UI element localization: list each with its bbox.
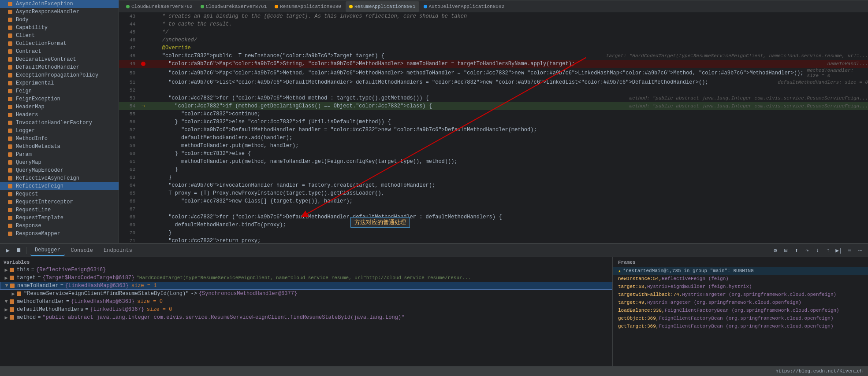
step-out-button[interactable]: ↑ (824, 246, 833, 255)
sidebar-item[interactable]: QueryMap (0, 159, 119, 166)
more-button[interactable]: ⋯ (856, 246, 864, 255)
sidebar-item-label: RequestLine (16, 207, 51, 213)
frame-class: FeignClientFactoryBean (org.springframew… (659, 324, 833, 329)
tooltip-chinese: 方法对应的普通处理 (350, 217, 410, 228)
sidebar-item[interactable]: RequestTemplate (0, 214, 119, 222)
sidebar-item[interactable]: HeaderMap (0, 103, 119, 111)
sidebar-item[interactable]: MethodInfo (0, 135, 119, 143)
sidebar-item[interactable]: Body (0, 16, 119, 24)
settings-button[interactable]: ⚙ (771, 246, 780, 255)
sidebar-item[interactable]: MethodMetadata (0, 143, 119, 151)
sidebar-item[interactable]: RequestInterceptor (0, 198, 119, 206)
frame-text: *restartedMain@1,785 in group "main": RU… (623, 268, 754, 273)
tab-debugger[interactable]: Debugger (30, 245, 65, 256)
sidebar-item[interactable]: Capability (0, 24, 119, 32)
sidebar-item[interactable]: Logger (0, 127, 119, 135)
sidebar-item[interactable]: AsyncResponseHandler (0, 8, 119, 16)
frame-item[interactable]: loadBalance:338, FeignClientFactoryBean … (613, 306, 868, 314)
frame-item[interactable]: target:63, HystrixFeign$Builder (feign.h… (613, 283, 868, 291)
sidebar-item[interactable]: RequestLine (0, 206, 119, 214)
frame-item[interactable]: getTarget:369, FeignClientFactoryBean (o… (613, 322, 868, 330)
sidebar-item-label: Request (16, 191, 38, 197)
editor-area: CloudEurekaServer8762CloudEurekaServer87… (119, 0, 868, 243)
variable-item[interactable]: ▶"ResumeServiceFeignClient#findResumeSta… (0, 290, 612, 298)
debug-session-tab[interactable]: CloudEurekaServer8762 (123, 1, 196, 12)
run-cursor-button[interactable]: ▶| (834, 246, 843, 255)
expand-button[interactable]: ⬆ (792, 246, 801, 255)
bottom-panel: ▶ ⏹ Debugger Console Endpoints ⚙ ⊟ ⬆ ↷ ↓… (0, 243, 868, 366)
code-line: 52 (119, 86, 868, 94)
sidebar-item[interactable]: Feign (0, 87, 119, 95)
step-into-button[interactable]: ↓ (813, 246, 822, 255)
sidebar-item[interactable]: Contract (0, 48, 119, 55)
tab-label: CloudEurekaServer8762 (131, 4, 193, 9)
sidebar-item[interactable]: Headers (0, 111, 119, 119)
code-text: * creates an api binding to the {@code t… (148, 13, 868, 19)
code-text: /unchecked/ (148, 37, 868, 43)
var-toggle[interactable]: ▼ (4, 299, 9, 305)
sidebar-item-label: MethodMetadata (16, 144, 60, 150)
variable-item[interactable]: ▼methodToHandler = {LinkedHashMap@6363}s… (0, 298, 612, 306)
line-number: 68 (119, 214, 139, 220)
var-toggle[interactable]: ▶ (4, 306, 9, 313)
sidebar-item[interactable]: Response (0, 222, 119, 230)
var-value: {LinkedHashMap@6363} (71, 299, 134, 305)
sidebar-item[interactable]: Experimental (0, 79, 119, 87)
variable-item[interactable]: ▶target = {Target$HardCodedTarget@6187}"… (0, 274, 612, 282)
sidebar-item[interactable]: ReflectiveAsyncFeign (0, 174, 119, 182)
sidebar-item[interactable]: InvocationHandlerFactory (0, 119, 119, 127)
code-line: 53 "color:#cc7832">for ("color:#a9b7c6">… (119, 94, 868, 102)
var-toggle[interactable]: ▼ (4, 283, 9, 289)
variable-item[interactable]: ▼nameToHandler = {LinkedHashMap@6363}siz… (0, 282, 612, 290)
var-toggle[interactable]: ▶ (4, 267, 9, 273)
sidebar-item[interactable]: QueryMapEncoder (0, 166, 119, 174)
step-over-button[interactable]: ↷ (803, 246, 812, 255)
sidebar-item[interactable]: ExceptionPropagationPolicy (0, 71, 119, 79)
frame-item[interactable]: target:49, HystrixTargeter (org.springfr… (613, 299, 868, 306)
frame-name: getTarget:369, (618, 324, 659, 329)
var-value: {LinkedList@6367} (90, 306, 144, 313)
code-line: 70 } (119, 229, 868, 237)
debug-session-tab[interactable]: ResumeApplication8080 (271, 1, 345, 12)
sidebar-item[interactable]: Request (0, 190, 119, 198)
sidebar-item[interactable]: AsyncJoinException (0, 0, 119, 8)
sidebar-item[interactable]: Param (0, 151, 119, 159)
sidebar-item[interactable]: Client (0, 32, 119, 40)
sidebar-item[interactable]: DeclarativeContract (0, 55, 119, 63)
var-toggle[interactable]: ▶ (11, 291, 16, 297)
debug-session-tab[interactable]: CloudEurekaServer8761 (197, 1, 271, 12)
sidebar-item-label: DeclarativeContract (16, 56, 76, 63)
debug-session-tab[interactable]: ResumeApplication8081 (346, 1, 419, 12)
debug-session-tab[interactable]: AutoDeliverApplication8092 (420, 1, 508, 12)
variable-item[interactable]: ▶method = "public abstract java.lang.Int… (0, 313, 612, 321)
class-icon (7, 191, 13, 197)
frame-item[interactable]: newInstance:54, ReflectiveFeign (feign) (613, 275, 868, 283)
var-toggle[interactable]: ▶ (4, 275, 9, 281)
debug-session-tabs: CloudEurekaServer8762CloudEurekaServer87… (119, 0, 868, 12)
variable-item[interactable]: ▶defaultMethodHandlers = {LinkedList@636… (0, 306, 612, 313)
layout-button[interactable]: ⊟ (782, 246, 790, 255)
sidebar-item[interactable]: FeignException (0, 95, 119, 103)
frame-item[interactable]: ★*restartedMain@1,785 in group "main": R… (613, 267, 868, 275)
sidebar-item[interactable]: DefaultMethodHandler (0, 63, 119, 71)
frame-class: FeignClientFactoryBean (org.springframew… (659, 316, 833, 321)
tab-endpoints[interactable]: Endpoints (99, 245, 137, 256)
frame-item[interactable]: targetWithFallback:74, HystrixTargeter (… (613, 291, 868, 299)
resume-button[interactable]: ▶ (4, 246, 12, 255)
variable-item[interactable]: ▶this = {ReflectiveFeign@6316} (0, 266, 612, 274)
var-equals: = (37, 314, 41, 321)
class-icon (7, 215, 13, 221)
line-number: 48 (119, 53, 139, 59)
class-icon (7, 9, 13, 15)
code-line: 65 T proxy = (T) Proxy.newProxyInstance(… (119, 189, 868, 197)
stop-button[interactable]: ⏹ (14, 246, 23, 255)
sidebar-item[interactable]: ReflectiveFeign (0, 182, 119, 190)
eval-button[interactable]: ≡ (845, 246, 854, 255)
var-size: size = 0 (137, 299, 163, 305)
sidebar-item[interactable]: CollectionFormat (0, 40, 119, 48)
tab-console[interactable]: Console (67, 245, 97, 256)
sidebar-item[interactable]: ResponseMapper (0, 230, 119, 238)
code-line: 62 } (119, 166, 868, 173)
frame-item[interactable]: getObject:369, FeignClientFactoryBean (o… (613, 314, 868, 322)
var-toggle[interactable]: ▶ (4, 314, 9, 321)
